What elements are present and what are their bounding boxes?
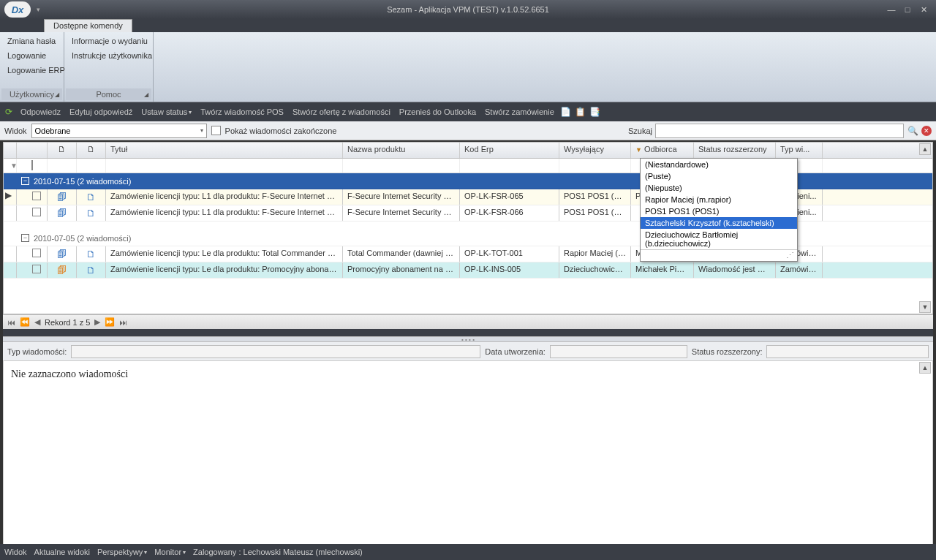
col-wys[interactable]: Wysyłający [559, 143, 631, 158]
ribbon-informacje[interactable]: Informacje o wydaniu [66, 34, 151, 48]
tool-stworz-oferte[interactable]: Stwórz ofertę z wiadomości [290, 106, 393, 118]
doc-icon: 🗐 [57, 192, 67, 203]
detail-bar: Typ wiadomości: Data utworzenia: Status … [3, 342, 933, 361]
sb-zalogowany: Zalogowany : Lechowski Mateusz (mlechows… [193, 548, 363, 556]
table-row[interactable]: 🗐 🗋 Zamówienie licencji typu: Le dla pro… [4, 262, 932, 279]
current-row-icon: ▶ [5, 190, 12, 200]
col-odb[interactable]: ▼ Odbiorca [631, 143, 694, 158]
col-stat[interactable]: Status rozszerzony [694, 143, 776, 158]
ribbon-tabstrip: Dostępne komendy [0, 19, 936, 32]
paste-icon[interactable]: 📑 [589, 106, 601, 118]
dark-strip [3, 329, 933, 336]
page-last[interactable]: ⏭ [119, 318, 127, 327]
page-icon: 🗋 [87, 145, 95, 154]
detail-typ-field [71, 345, 480, 358]
title-bar: Dx ▾ Sezam - Aplikacja VPM (TEST) v.1.0.… [0, 0, 936, 19]
ribbon-tab-commands[interactable]: Dostępne komendy [44, 19, 132, 32]
splitter[interactable]: • • • • [3, 336, 933, 342]
ribbon-group-help: Pomoc◢ [66, 88, 151, 100]
toolbar: ⟳ Odpowiedz Edytuj odpowiedź Ustaw statu… [0, 102, 936, 121]
dd-sztachelski[interactable]: Sztachelski Krzysztof (k.sztachelski) [641, 217, 797, 229]
no-selection-msg: Nie zaznaczono wiadomości [11, 368, 925, 380]
dd-pos1[interactable]: POS1 POS1 (POS1) [641, 205, 797, 217]
title-dropdown-icon[interactable]: ▾ [37, 6, 40, 13]
expand-icon[interactable]: ◢ [144, 91, 148, 98]
clear-search-icon[interactable]: ✕ [921, 126, 932, 136]
window-title: Sezam - Aplikacja VPM (TEST) v.1.0.52.66… [387, 5, 549, 14]
scroll-up[interactable]: ▲ [919, 143, 931, 155]
collapse-icon[interactable]: − [21, 177, 29, 185]
sb-widok[interactable]: Widok [4, 548, 27, 556]
grid-header: 🗋 🗋 Tytuł Nazwa produktu Kod Erp Wysyłaj… [4, 143, 932, 159]
sb-monitor[interactable]: Monitor ▾ [154, 548, 186, 556]
status-bar: Widok Aktualne widoki Perspektywy ▾ Moni… [0, 544, 936, 560]
search-input[interactable] [655, 124, 904, 138]
page-first[interactable]: ⏮ [7, 318, 15, 327]
row-checkbox[interactable] [32, 192, 41, 200]
tool-odpowiedz[interactable]: Odpowiedz [18, 106, 64, 118]
tool-ustaw-status[interactable]: Ustaw status ▾ [138, 106, 195, 118]
ribbon: Zmiana hasła Logowanie Logowanie ERP Uży… [0, 32, 936, 102]
dd-dzieciuchowicz[interactable]: Dzieciuchowicz Bartłomiej (b.dzieciuchow… [641, 229, 797, 249]
tool-stworz-zamowienie[interactable]: Stwórz zamówienie [482, 106, 557, 118]
resize-grip-icon[interactable]: ⋰ [786, 251, 794, 260]
tool-tworz-pos[interactable]: Twórz wiadomość POS [197, 106, 287, 118]
ribbon-logowanie-erp[interactable]: Logowanie ERP [1, 63, 62, 77]
page-icon: 🗋 [86, 208, 96, 219]
sb-perspektywy[interactable]: Perspektywy ▾ [97, 548, 147, 556]
dd-nonempty[interactable]: (Niepuste) [641, 182, 797, 194]
col-attach1[interactable]: 🗋 [48, 143, 77, 158]
col-attach2[interactable]: 🗋 [77, 143, 106, 158]
doc-icon: 🗐 [57, 208, 67, 219]
minimize-button[interactable]: — [886, 4, 897, 15]
search-icon[interactable]: 🔍 [907, 125, 918, 137]
detail-typ-label: Typ wiadomości: [7, 347, 67, 356]
view-bar: Widok Odebrane▾ Pokaż wiadomości zakończ… [0, 121, 936, 140]
row-checkbox[interactable] [32, 249, 41, 257]
row-checkbox[interactable] [32, 265, 41, 273]
scroll-up[interactable]: ▲ [919, 362, 931, 374]
preview-pane: Nie zaznaczono wiadomości ▲ ▼ [3, 361, 933, 557]
col-prod[interactable]: Nazwa produktu [343, 143, 460, 158]
detail-status-label: Status rozszerzony: [692, 347, 763, 356]
widok-label: Widok [4, 126, 27, 135]
detail-data-field [550, 345, 687, 358]
page-next-all[interactable]: ⏩ [105, 317, 115, 327]
ribbon-logowanie[interactable]: Logowanie [1, 48, 62, 63]
expand-icon[interactable]: ◢ [55, 91, 59, 98]
export-icon[interactable]: 📄 [560, 106, 572, 118]
widok-select[interactable]: Odebrane▾ [31, 124, 207, 138]
funnel-icon[interactable]: ▼ [10, 162, 17, 170]
tool-przenies[interactable]: Przenieś do Outlooka [396, 106, 479, 118]
ribbon-instrukcje[interactable]: Instrukcje użytkownika [66, 48, 151, 63]
szukaj-label: Szukaj [628, 126, 652, 135]
sb-aktualne[interactable]: Aktualne widoki [34, 548, 90, 556]
page-prev[interactable]: ◀ [34, 317, 40, 327]
pokaz-checkbox[interactable] [211, 126, 221, 135]
dd-nonstandard[interactable]: (Niestandardowe) [641, 159, 797, 170]
filter-checkbox[interactable] [31, 160, 33, 170]
col-erp[interactable]: Kod Erp [460, 143, 559, 158]
collapse-icon[interactable]: − [21, 234, 29, 242]
refresh-icon[interactable]: ⟳ [3, 106, 15, 118]
copy-icon[interactable]: 📋 [575, 106, 586, 118]
page-icon: 🗋 [86, 249, 96, 260]
col-selector[interactable] [4, 143, 17, 158]
page-icon: 🗋 [86, 265, 96, 276]
close-button[interactable]: ✕ [918, 4, 929, 15]
scroll-down[interactable]: ▼ [919, 301, 931, 313]
dd-empty[interactable]: (Puste) [641, 170, 797, 182]
tool-edytuj[interactable]: Edytuj odpowiedź [67, 106, 135, 118]
page-next[interactable]: ▶ [94, 317, 100, 327]
row-checkbox[interactable] [32, 208, 41, 216]
maximize-button[interactable]: □ [902, 4, 913, 15]
pager-label: Rekord 1 z 5 [45, 318, 90, 327]
ribbon-zmiana-hasla[interactable]: Zmiana hasła [1, 34, 62, 48]
data-grid: 🗋 🗋 Tytuł Nazwa produktu Kod Erp Wysyłaj… [3, 142, 933, 314]
col-typ[interactable]: Typ wi... [776, 143, 823, 158]
dd-rapior[interactable]: Rapior Maciej (m.rapior) [641, 194, 797, 205]
detail-data-label: Data utworzenia: [485, 347, 546, 356]
page-prev-all[interactable]: ⏪ [20, 317, 30, 327]
col-tytul[interactable]: Tytuł [106, 143, 343, 158]
col-checkbox[interactable] [17, 143, 48, 158]
